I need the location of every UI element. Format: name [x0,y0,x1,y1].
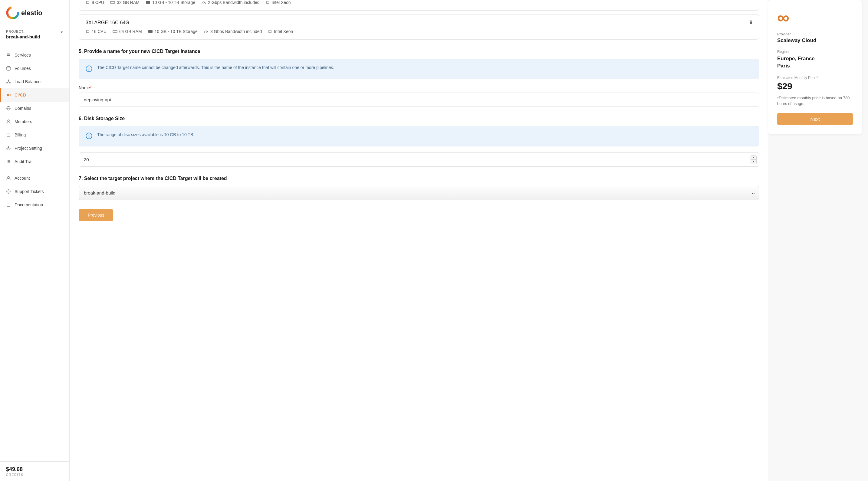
plan-title: 3XLARGE-16C-64G [86,20,752,25]
sidebar-item-label: Audit Trail [14,159,33,164]
svg-text:elestio: elestio [21,9,42,17]
support-icon [6,189,11,194]
plan-specs: 16 CPU 64 GB RAM 10 GB - 10 TB Storage 3… [86,29,752,34]
main-content: 8 CPU 32 GB RAM 10 GB - 10 TB Storage 2 … [70,0,768,481]
billing-icon [6,132,11,137]
chip-icon [268,29,272,34]
cicd-icon [6,93,11,97]
project-selector[interactable]: PROJECT: break-and-build ▼ [0,27,69,42]
price-label: Estimated Monthly Price* [777,76,853,80]
volumes-icon [6,66,11,71]
infinity-icon: ∞ [777,9,853,26]
svg-rect-28 [146,1,150,4]
spec-ram: 32 GB RAM [110,0,140,5]
name-input[interactable] [79,93,759,107]
project-select[interactable]: break-and-build [79,186,759,200]
sidebar: elestio PROJECT: break-and-build ▼ Servi… [0,0,70,481]
spec-bandwidth: 3 Gbps Bandwidth included [204,29,262,34]
logo: elestio [0,6,69,27]
chip-icon [266,0,270,4]
spec-processor: Intel Xeon [268,29,293,34]
plan-card-3xlarge[interactable]: 3XLARGE-16C-64G 16 CPU 64 GB RAM 10 GB -… [79,14,759,40]
spec-storage: 10 GB - 10 TB Storage [148,29,198,34]
sidebar-item-label: Load Balancer [14,79,42,84]
svg-point-5 [8,79,9,81]
svg-point-15 [8,148,9,149]
stepper-down-button[interactable]: ▼ [751,160,756,164]
sidebar-item-support[interactable]: Support Tickets [0,185,69,198]
gauge-icon [201,1,206,4]
plan-specs: 8 CPU 32 GB RAM 10 GB - 10 TB Storage 2 … [86,0,752,5]
elestio-logo: elestio [6,6,55,20]
storage-icon [148,30,153,33]
stepper-up-button[interactable]: ▲ [751,156,756,160]
services-icon [6,53,11,58]
sidebar-item-audittrail[interactable]: Audit Trail [0,155,69,168]
cpu-icon [86,0,90,4]
sidebar-item-label: CI/CD [14,93,26,97]
sidebar-item-documentation[interactable]: Documentation [0,198,69,212]
lock-icon [749,20,753,25]
region-value: Europe, France Paris [777,55,853,70]
sidebar-item-loadbalancer[interactable]: Load Balancer [0,75,69,88]
sidebar-item-label: Domains [14,106,31,111]
provider-value: Scaleway Cloud [777,37,853,43]
sidebar-item-label: Project Setting [14,146,42,151]
svg-rect-30 [267,1,269,4]
sidebar-item-domains[interactable]: Domains [0,102,69,115]
spec-cpu: 8 CPU [86,0,104,5]
spec-ram: 64 GB RAM [113,29,142,34]
credits-section: $49.68 CREDITS [0,461,69,481]
svg-rect-31 [750,22,752,24]
info-box-disk: ⓘ The range of disc sizes available is 1… [79,126,759,147]
svg-rect-26 [87,1,89,4]
plan-card-partial[interactable]: 8 CPU 32 GB RAM 10 GB - 10 TB Storage 2 … [79,0,759,10]
sidebar-item-label: Services [14,53,31,58]
svg-rect-3 [7,55,10,56]
sidebar-item-label: Documentation [14,202,43,207]
sidebar-item-label: Members [14,119,32,124]
name-label: Name* [79,85,759,90]
svg-rect-36 [269,30,271,33]
storage-icon [146,1,150,4]
ram-icon [113,30,117,33]
sidebar-item-projectsetting[interactable]: Project Setting [0,141,69,155]
svg-rect-2 [7,54,10,55]
sidebar-item-members[interactable]: Members [0,115,69,128]
disk-size-input[interactable] [79,153,759,167]
svg-point-11 [7,120,9,122]
sidebar-item-services[interactable]: Services [0,49,69,62]
svg-line-29 [204,2,205,4]
provider-label: Provider [777,32,853,36]
svg-point-23 [7,190,10,193]
section-5-heading: 5. Provide a name for your new CICD Targ… [79,49,759,54]
spec-processor: Intel Xeon [266,0,291,5]
svg-rect-33 [113,31,117,32]
chevron-down-icon: ▼ [60,31,63,34]
svg-point-22 [7,177,9,178]
sidebar-item-cicd[interactable]: CI/CD [0,88,69,102]
info-icon: ⓘ [86,132,92,141]
account-icon [6,176,11,181]
svg-line-35 [206,31,207,33]
previous-button[interactable]: Previous [79,209,113,221]
disk-size-stepper: ▲ ▼ [751,155,756,164]
sidebar-item-volumes[interactable]: Volumes [0,62,69,75]
credits-amount: $49.68 [6,466,63,473]
info-text: The CICD Target name cannot be changed a… [97,64,334,71]
svg-rect-25 [7,203,10,206]
summary-panel-wrapper: ∞ Provider Scaleway Cloud Region Europe,… [768,0,868,481]
sidebar-nav: Services Volumes Load Balancer CI/CD [0,49,69,461]
next-button[interactable]: Next [777,113,853,125]
project-label: PROJECT: [6,30,40,33]
credits-label: CREDITS [6,473,63,477]
info-icon: ⓘ [86,64,92,73]
summary-card: ∞ Provider Scaleway Cloud Region Europe,… [768,0,862,134]
svg-rect-27 [111,1,115,3]
section-7-heading: 7. Select the target project where the C… [79,176,759,181]
sidebar-item-billing[interactable]: Billing [0,128,69,141]
sidebar-item-account[interactable]: Account [0,171,69,185]
sidebar-item-label: Account [14,176,30,181]
gear-icon [6,146,11,151]
user-icon [6,119,11,124]
